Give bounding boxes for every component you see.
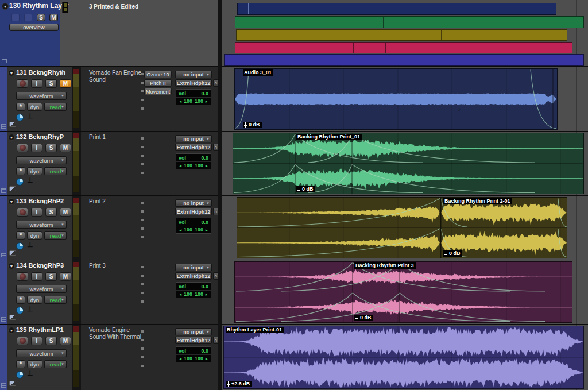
automation-mode-selector[interactable]: read▼ (44, 231, 67, 240)
insert-slot-dot[interactable] (141, 137, 144, 140)
record-button[interactable] (17, 79, 28, 88)
record-button[interactable] (17, 208, 28, 217)
mute-button[interactable]: M (60, 208, 71, 217)
input-monitor-button[interactable]: I (31, 144, 42, 152)
insert-slot-dot[interactable] (141, 146, 144, 148)
dyn-button[interactable]: dyn (27, 296, 42, 304)
headphone-button[interactable]: ∩ (213, 272, 218, 280)
folder-overview-button[interactable]: overview (9, 24, 59, 31)
output-selector[interactable]: ExtrnlHdph12 (175, 144, 212, 151)
input-monitor-button[interactable]: I (31, 79, 42, 88)
insert-slot-dot[interactable] (141, 219, 144, 221)
insert-slot-dot[interactable] (141, 236, 144, 238)
insert-slot-dot[interactable] (141, 292, 144, 294)
insert-slot-dot[interactable] (141, 356, 144, 358)
pan-display[interactable]: ◄ 100100 ► (176, 226, 211, 233)
clip-gain-badge[interactable]: 0 dB (296, 186, 315, 192)
insert-slot-dot[interactable] (141, 202, 144, 204)
input-selector[interactable]: no input▼ (175, 199, 212, 207)
overview-clip-bar[interactable] (224, 54, 584, 66)
output-selector[interactable]: ExtrnlHdph12 (175, 79, 212, 87)
insert-slot-dot[interactable] (141, 90, 144, 92)
track-view-selector[interactable]: waveform▼ (16, 156, 67, 164)
volume-display[interactable]: vol0.0 (176, 90, 211, 97)
insert-slot-dot[interactable] (141, 365, 144, 367)
pan-display[interactable]: ◄ 100100 ► (176, 97, 211, 105)
track-view-selector[interactable]: waveform▼ (16, 92, 67, 100)
track-title[interactable]: 133 BckngRhP2 (16, 198, 64, 204)
dyn-button[interactable]: dyn (27, 103, 42, 111)
insert-slot-dot[interactable] (141, 300, 144, 303)
headphone-button[interactable]: ∩ (213, 337, 218, 344)
folder-mute-button[interactable]: M (49, 14, 58, 21)
insert-button[interactable]: Ozone 10 (144, 71, 172, 78)
insert-button[interactable]: Pitch II (144, 79, 172, 87)
folder-collapse-button[interactable]: ▼ (2, 3, 9, 10)
track-title[interactable]: 131 BckngRhyth (16, 69, 65, 76)
dyn-button[interactable]: dyn (27, 167, 42, 175)
overview-clip-bar[interactable] (235, 42, 572, 53)
record-button[interactable] (17, 272, 28, 281)
solo-button[interactable]: S (45, 272, 57, 281)
elastic-audio-button[interactable]: * (16, 296, 25, 304)
insert-slot-dot[interactable] (141, 210, 144, 213)
clip[interactable]: Backing Rhythm Print 30 dB (234, 261, 572, 323)
input-selector[interactable]: no input▼ (175, 328, 212, 335)
track-view-selector[interactable]: waveform▼ (16, 285, 67, 293)
overview-clip-bar[interactable] (236, 29, 567, 41)
pan-display[interactable]: ◄ 100100 ► (176, 354, 211, 362)
collapse-button[interactable]: ▼ (8, 69, 15, 76)
output-selector[interactable]: ExtrnlHdph12 (175, 337, 212, 344)
solo-button[interactable]: S (45, 79, 57, 88)
mute-button[interactable]: M (60, 337, 71, 345)
volume-display[interactable]: vol0.0 (176, 283, 211, 290)
input-selector[interactable]: no input▼ (175, 264, 212, 271)
collapse-button[interactable]: ▼ (8, 134, 15, 141)
insert-slot-dot[interactable] (141, 82, 144, 84)
automation-mode-selector[interactable]: read▼ (44, 167, 67, 175)
timeline-row[interactable]: Rhythm Layer Print-01+2.6 dB (222, 325, 588, 390)
mute-button[interactable]: M (60, 272, 71, 281)
elastic-audio-button[interactable]: * (16, 167, 25, 175)
folder-solo-button[interactable]: S (37, 14, 45, 21)
automation-mode-selector[interactable]: read▼ (44, 103, 67, 111)
mute-button[interactable]: M (60, 79, 71, 88)
overview-clip-bar[interactable] (235, 16, 584, 28)
insert-slot-dot[interactable] (141, 99, 144, 101)
insert-slot-dot[interactable] (141, 339, 144, 341)
clip[interactable]: Backing Rhythm Print_010 dB (233, 133, 584, 194)
insert-slot-dot[interactable] (141, 172, 144, 174)
volume-display[interactable]: vol0.0 (176, 347, 211, 354)
clip-gain-badge[interactable]: 0 dB (354, 315, 373, 321)
dyn-button[interactable]: dyn (27, 231, 42, 240)
solo-button[interactable]: S (45, 337, 57, 345)
input-selector[interactable]: no input▼ (175, 71, 212, 78)
headphone-button[interactable]: ∩ (213, 144, 218, 151)
overview-clip-bar[interactable] (237, 3, 556, 15)
output-selector[interactable]: ExtrnlHdph12 (175, 208, 212, 215)
track-title[interactable]: 134 BckngRhP3 (16, 262, 64, 269)
headphone-button[interactable]: ∩ (213, 208, 218, 215)
pan-display[interactable]: ◄ 100100 ► (176, 290, 211, 298)
timeline-row[interactable]: Backing Rhythm Print 30 dB (222, 260, 588, 324)
collapse-button[interactable]: ▼ (8, 327, 15, 334)
timeline-row[interactable]: Audio 3_010 dB♪ (222, 67, 588, 131)
timeline-row[interactable]: Backing Rhythm Print_010 dB (222, 132, 588, 195)
clip[interactable] (237, 197, 440, 258)
dyn-button[interactable]: dyn (27, 360, 42, 368)
mute-button[interactable]: M (60, 144, 71, 152)
clip-gain-badge[interactable]: 0 dB (243, 122, 262, 128)
clip-gain-badge[interactable]: +2.6 dB (226, 381, 252, 387)
track-view-selector[interactable]: waveform▼ (16, 221, 67, 229)
insert-slot-dot[interactable] (141, 155, 144, 157)
pan-display[interactable]: ◄ 100100 ► (176, 161, 211, 169)
input-monitor-button[interactable]: I (31, 272, 42, 281)
solo-button[interactable]: S (45, 144, 57, 152)
timeline-row[interactable]: Backing Rhythm Print 2-010 dB (222, 196, 588, 260)
automation-mode-selector[interactable]: read▼ (44, 296, 67, 304)
input-monitor-button[interactable]: I (31, 208, 42, 217)
input-selector[interactable]: no input▼ (175, 135, 212, 142)
output-selector[interactable]: ExtrnlHdph12 (175, 272, 212, 280)
volume-display[interactable]: vol0.0 (176, 154, 211, 161)
insert-slot-dot[interactable] (141, 347, 144, 350)
